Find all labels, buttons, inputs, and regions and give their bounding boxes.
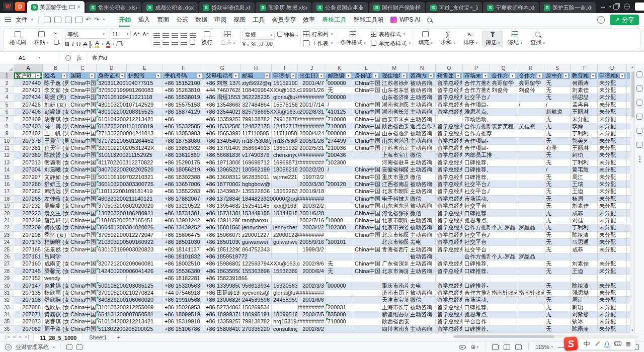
cell[interactable]: 江苏省南京 bbox=[380, 145, 409, 151]
cell[interactable]: 207265 bbox=[14, 196, 43, 202]
cell[interactable]: 000000 bbox=[326, 282, 353, 289]
header-cell[interactable]: 身份证地▾ bbox=[353, 72, 380, 79]
cell[interactable] bbox=[490, 130, 517, 137]
cell[interactable]: 主动咨询 bbox=[409, 188, 436, 195]
cell[interactable]: 未分配 bbox=[598, 138, 627, 144]
cell[interactable]: 雅思考点, bbox=[463, 217, 490, 224]
align-middle-icon[interactable] bbox=[163, 33, 169, 38]
percent-button[interactable]: % bbox=[252, 41, 257, 47]
cell[interactable] bbox=[517, 217, 544, 224]
cell[interactable]: 未分配 bbox=[598, 188, 627, 195]
cell[interactable]: 未分配 bbox=[598, 87, 627, 94]
cell[interactable]: China中国 bbox=[69, 94, 97, 101]
more-icon[interactable] bbox=[639, 158, 640, 160]
cell[interactable]: 155363896 bbox=[272, 268, 298, 275]
cell[interactable] bbox=[326, 290, 353, 296]
filter-dropdown-button[interactable]: ▾ bbox=[619, 73, 625, 78]
cell[interactable] bbox=[490, 145, 517, 151]
cell[interactable]: 未分配 bbox=[598, 166, 627, 173]
filter-button[interactable]: 筛选 ▾ bbox=[482, 31, 503, 47]
cell[interactable]: China中国 bbox=[69, 188, 97, 195]
cell[interactable]: 207073 bbox=[14, 318, 43, 325]
cell[interactable]: China中国 bbox=[353, 102, 380, 108]
row-header[interactable]: 3 bbox=[0, 87, 14, 94]
document-tab[interactable]: S国任财产保险样本.x bbox=[369, 2, 425, 13]
cell[interactable]: / bbox=[326, 102, 353, 108]
cell[interactable]: China中国 bbox=[353, 232, 380, 238]
cell[interactable]: China中国 bbox=[353, 138, 380, 144]
cell[interactable]: 155363896 bbox=[240, 268, 272, 275]
filter-dropdown-button[interactable]: ▾ bbox=[455, 73, 461, 78]
cell[interactable]: 271302200004241013 bbox=[97, 130, 127, 137]
cell[interactable] bbox=[490, 232, 517, 238]
cell[interactable]: China中国 bbox=[69, 297, 97, 303]
cell[interactable]: 陈雨涵 bbox=[571, 326, 598, 332]
column-header-D[interactable]: D bbox=[97, 64, 127, 72]
cell[interactable]: 1997/2/2 bbox=[298, 173, 326, 180]
cell[interactable]: v17490376 bbox=[240, 152, 272, 158]
cell[interactable]: 留学总经办 bbox=[436, 297, 463, 303]
cell[interactable]: 河北省张家 bbox=[380, 210, 409, 216]
cell[interactable] bbox=[490, 297, 517, 303]
cell[interactable]: 何雨涛 bbox=[571, 79, 598, 86]
cell[interactable]: 320311200104077915 bbox=[97, 79, 127, 86]
cell[interactable]: 2002/7/16 bbox=[298, 217, 326, 224]
cell[interactable]: 710000 bbox=[326, 318, 353, 325]
cell[interactable] bbox=[490, 203, 517, 209]
filter-dropdown-button[interactable]: ▾ bbox=[197, 73, 202, 78]
cell[interactable]: 李文茹 (女 bbox=[43, 87, 69, 94]
cell[interactable]: 169698712 bbox=[272, 159, 298, 166]
cell[interactable] bbox=[517, 268, 544, 275]
cell[interactable]: 未分配 bbox=[598, 130, 627, 137]
cell[interactable]: 被动咨询 bbox=[409, 290, 436, 296]
cell[interactable]: 799138782 bbox=[240, 116, 272, 122]
cell[interactable]: 117110505 bbox=[240, 130, 272, 137]
row-header[interactable]: 1 bbox=[0, 72, 14, 79]
cell[interactable] bbox=[490, 275, 517, 282]
cell[interactable]: 未分配 bbox=[598, 173, 627, 180]
globe-icon[interactable] bbox=[624, 4, 630, 10]
cell[interactable]: 2002/2/20 bbox=[298, 166, 326, 173]
cell[interactable]: xyevents@ bbox=[240, 290, 272, 296]
cell[interactable]: 合作项目- bbox=[463, 102, 490, 108]
cell[interactable]: 2002/5/31 bbox=[298, 145, 326, 151]
user-avatar[interactable] bbox=[635, 3, 644, 11]
cell[interactable]: 180562199 bbox=[272, 166, 298, 173]
cell[interactable]: 口碑推荐, bbox=[463, 210, 490, 216]
cell[interactable]: 2003/3/30 bbox=[298, 181, 326, 188]
filter-dropdown-button[interactable]: ▾ bbox=[318, 73, 324, 78]
cell[interactable] bbox=[544, 275, 571, 282]
cell[interactable]: 罗晶晶 bbox=[517, 253, 544, 260]
cell[interactable]: China中国 bbox=[353, 79, 380, 86]
cell[interactable]: 孟冉冉 bbox=[571, 102, 598, 108]
cell[interactable]: 370105199411221118 bbox=[97, 94, 127, 101]
cell[interactable]: 110105200207165451 bbox=[97, 217, 127, 224]
cell[interactable]: ######### bbox=[298, 123, 326, 130]
ime-pen-icon[interactable] bbox=[595, 341, 599, 345]
cell[interactable]: +86 刘慧 137052 bbox=[204, 79, 240, 86]
cell[interactable] bbox=[353, 253, 380, 260]
cell[interactable]: +86 13220522 bbox=[163, 203, 204, 209]
cell[interactable]: 207282 bbox=[14, 188, 43, 195]
freeze-button[interactable]: 冻结 ▾ bbox=[505, 30, 526, 47]
cell[interactable]: 370502200012272047 bbox=[97, 232, 127, 238]
cell[interactable]: 刘俊伶 bbox=[517, 87, 544, 94]
output-button[interactable] bbox=[54, 17, 61, 23]
cell[interactable] bbox=[517, 166, 544, 173]
cell[interactable]: +86 1372884680 bbox=[204, 196, 240, 202]
cell[interactable]: 207421 bbox=[14, 87, 43, 94]
cell[interactable]: m1875308@ bbox=[240, 138, 272, 144]
cell[interactable]: 陈歆赟 (女 bbox=[43, 152, 69, 158]
cell[interactable]: 654101200007050581 bbox=[97, 311, 127, 318]
horizontal-scroll-thumb[interactable] bbox=[454, 335, 554, 338]
font-color-button[interactable]: A bbox=[106, 41, 110, 48]
cell[interactable]: 102300 bbox=[326, 159, 353, 166]
note-icon[interactable] bbox=[76, 344, 83, 350]
cell[interactable]: 未分配 bbox=[598, 79, 627, 86]
cell[interactable]: 370502199901260083 bbox=[97, 87, 127, 94]
cell[interactable]: 2003/2/2 bbox=[298, 203, 326, 209]
cell[interactable] bbox=[69, 275, 97, 282]
cell[interactable]: 无 bbox=[326, 260, 353, 267]
cell[interactable]: 钦冰 bbox=[571, 318, 598, 325]
cell[interactable] bbox=[353, 297, 380, 303]
